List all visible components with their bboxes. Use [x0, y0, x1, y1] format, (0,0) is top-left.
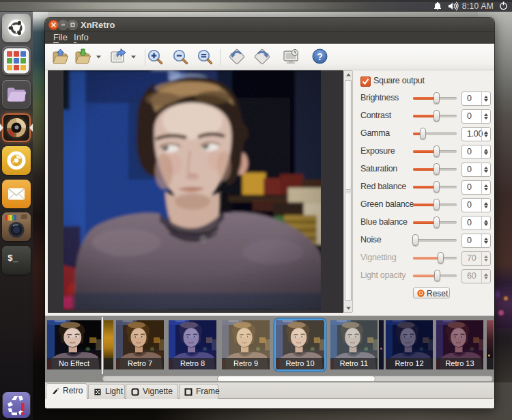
svg-text:$_: $_ — [8, 253, 18, 264]
svg-text:?: ? — [317, 51, 323, 62]
